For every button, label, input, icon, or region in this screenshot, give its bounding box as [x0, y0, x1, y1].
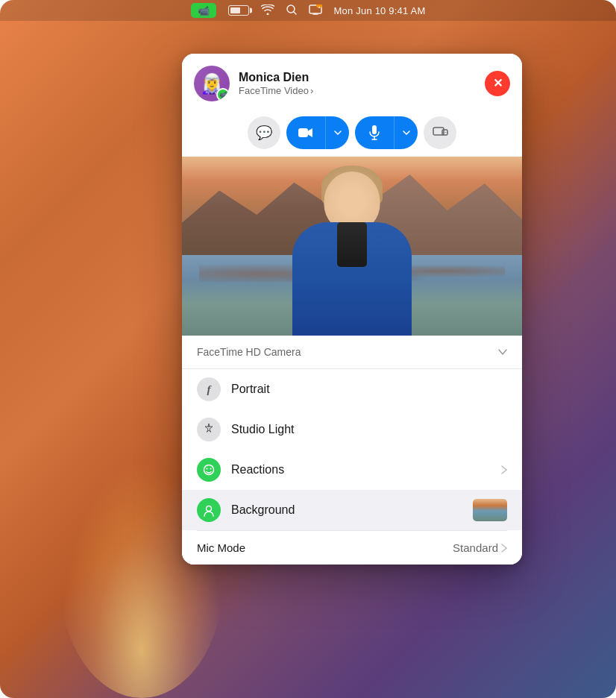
- camera-source-label: FaceTime HD Camera: [197, 346, 301, 358]
- camera-dropdown: FaceTime HD Camera f Portrait: [182, 336, 522, 565]
- person-scarf: [337, 222, 367, 267]
- portrait-menu-item[interactable]: f Portrait: [182, 369, 522, 409]
- portrait-icon: f: [197, 377, 221, 401]
- screen-share-icon[interactable]: ●: [309, 4, 322, 17]
- menubar-time: Mon Jun 10 9:41 AM: [334, 5, 426, 16]
- studio-light-label: Studio Light: [231, 423, 507, 436]
- svg-line-1: [294, 12, 296, 14]
- subtitle-chevron: ›: [310, 85, 313, 96]
- svg-point-16: [207, 506, 212, 512]
- wifi-icon: [261, 4, 274, 17]
- svg-rect-7: [298, 128, 308, 137]
- reactions-icon: [197, 458, 221, 482]
- contact-info: Monica Dien FaceTime Video ›: [239, 71, 485, 96]
- reactions-chevron: [501, 465, 507, 474]
- mic-button[interactable]: [355, 116, 394, 149]
- avatar: 🧝‍♀️ 📹: [194, 66, 230, 101]
- message-icon: 💬: [256, 125, 272, 141]
- background-icon: [197, 498, 221, 522]
- menubar-center: 📹: [191, 3, 426, 18]
- video-button-group: [286, 116, 349, 149]
- avatar-badge: 📹: [216, 88, 230, 101]
- svg-text:●: ●: [318, 4, 320, 9]
- mic-mode-label: Mic Mode: [197, 541, 453, 554]
- close-icon: ✕: [493, 78, 503, 89]
- message-button[interactable]: 💬: [248, 116, 280, 149]
- battery-icon: [228, 5, 249, 16]
- facetime-menu-icon[interactable]: 📹: [191, 3, 216, 18]
- contact-subtitle: FaceTime Video ›: [239, 85, 485, 96]
- controls-bar: 💬: [182, 110, 522, 157]
- camera-source-header[interactable]: FaceTime HD Camera: [182, 336, 522, 369]
- mic-mode-chevron: [501, 544, 507, 553]
- svg-rect-8: [372, 125, 377, 134]
- screen: 📹: [0, 0, 616, 698]
- screen-share-button[interactable]: [424, 116, 456, 149]
- mic-dropdown-button[interactable]: [394, 116, 418, 149]
- studio-light-menu-item[interactable]: Studio Light: [182, 409, 522, 450]
- background-thumbnail: [473, 499, 507, 521]
- svg-point-14: [207, 468, 208, 470]
- video-button[interactable]: [286, 116, 325, 149]
- contact-name: Monica Dien: [239, 71, 485, 84]
- video-dropdown-button[interactable]: [325, 116, 349, 149]
- facetime-window: 🧝‍♀️ 📹 Monica Dien FaceTime Video › ✕: [182, 54, 522, 565]
- video-area: [182, 157, 522, 336]
- portrait-label: Portrait: [231, 383, 507, 396]
- mic-button-group: [355, 116, 418, 149]
- facetime-header: 🧝‍♀️ 📹 Monica Dien FaceTime Video › ✕: [182, 54, 522, 110]
- mic-mode-row[interactable]: Mic Mode Standard: [182, 531, 522, 565]
- background-label: Background: [231, 503, 473, 517]
- studio-light-icon: [197, 418, 221, 441]
- video-person: [277, 172, 427, 336]
- spotlight-search-icon[interactable]: [286, 4, 297, 17]
- camera-source-chevron: [498, 349, 507, 355]
- reactions-menu-item[interactable]: Reactions: [182, 450, 522, 490]
- menubar: 📹: [0, 0, 616, 21]
- background-menu-item[interactable]: Background: [182, 490, 522, 530]
- reactions-label: Reactions: [231, 463, 501, 477]
- svg-point-15: [210, 468, 212, 470]
- close-button[interactable]: ✕: [485, 71, 510, 96]
- mic-mode-value: Standard: [453, 541, 498, 554]
